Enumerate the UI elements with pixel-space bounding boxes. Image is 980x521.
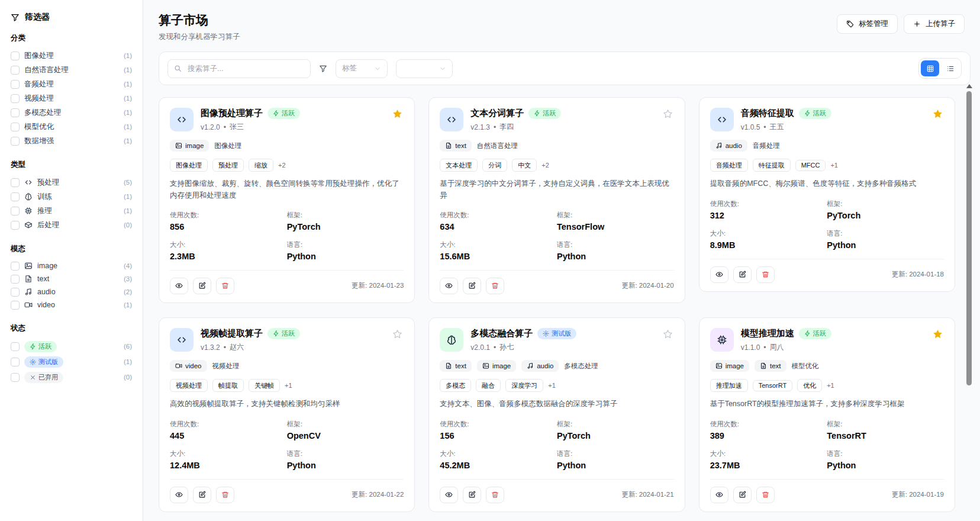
favorite-star-button[interactable]: [662, 108, 674, 122]
edit-button[interactable]: [193, 487, 211, 503]
search-input[interactable]: [186, 64, 304, 73]
checkbox[interactable]: [11, 137, 20, 146]
filter-option-label: 图像处理: [24, 51, 54, 61]
filter-option[interactable]: 模型优化 (1): [11, 120, 132, 134]
checkbox[interactable]: [11, 221, 20, 230]
updated-date: 更新: 2024-01-20: [621, 281, 673, 290]
filter-option[interactable]: 测试版 (1): [11, 354, 132, 369]
modality-badge: image: [710, 360, 749, 372]
tag-pill: 优化: [797, 379, 822, 392]
stat-label: 大小:: [710, 229, 827, 238]
filter-option[interactable]: 预处理 (5): [11, 175, 132, 189]
checkbox[interactable]: [11, 94, 20, 103]
operator-version-line: v2.1.3 • 李四: [470, 122, 654, 132]
filter-option[interactable]: text (3): [11, 272, 132, 285]
card-header: 音频特征提取 活跃 v1.0.5 • 王五: [710, 108, 944, 132]
edit-button[interactable]: [463, 487, 481, 503]
view-button[interactable]: [170, 278, 188, 294]
checkbox[interactable]: [11, 358, 20, 366]
secondary-filter-select[interactable]: [396, 59, 453, 78]
list-view-button[interactable]: [941, 60, 959, 76]
card-heading-text: 视频帧提取算子 活跃 v1.3.2 • 赵六: [201, 328, 384, 352]
checkbox[interactable]: [11, 275, 20, 284]
view-button[interactable]: [170, 487, 188, 503]
tag-pill: 融合: [476, 379, 501, 392]
tag-manage-button[interactable]: 标签管理: [837, 14, 898, 34]
view-button[interactable]: [710, 266, 728, 283]
filter-option[interactable]: 多模态处理 (1): [11, 105, 132, 120]
filter-option[interactable]: 后处理 (0): [11, 218, 132, 232]
delete-button[interactable]: [486, 487, 504, 503]
filter-option[interactable]: 自然语言处理 (1): [11, 63, 132, 77]
filter-option[interactable]: 活跃 (6): [11, 339, 132, 354]
edit-button[interactable]: [463, 278, 481, 294]
delete-button[interactable]: [756, 266, 775, 283]
favorite-star-button[interactable]: [931, 108, 944, 122]
delete-button[interactable]: [756, 487, 775, 503]
code-icon: [717, 114, 727, 125]
scrollbar-thumb[interactable]: [966, 91, 972, 385]
checkbox[interactable]: [11, 207, 20, 216]
filter-option[interactable]: 推理 (1): [11, 204, 132, 218]
operator-icon-tile: [710, 328, 734, 352]
filter-option[interactable]: 视频处理 (1): [11, 91, 132, 105]
checkbox[interactable]: [11, 288, 20, 297]
checkbox[interactable]: [11, 108, 20, 117]
checkbox[interactable]: [11, 66, 20, 75]
edit-button[interactable]: [733, 266, 752, 283]
filter-option[interactable]: 训练 (1): [11, 189, 132, 204]
scrollbar[interactable]: [966, 84, 972, 517]
checkbox[interactable]: [11, 52, 20, 60]
delete-button[interactable]: [486, 278, 504, 294]
sidebar-header: 筛选器: [11, 12, 132, 22]
card-footer: 更新: 2024-01-19: [710, 479, 944, 503]
checkbox[interactable]: [11, 80, 20, 89]
edit-button[interactable]: [733, 487, 752, 503]
favorite-star-button[interactable]: [662, 328, 674, 342]
filter-option[interactable]: image (4): [11, 259, 132, 272]
filter-option-count: (1): [124, 95, 132, 102]
card-header: 视频帧提取算子 活跃 v1.3.2 • 赵六: [170, 328, 404, 352]
upload-operator-button[interactable]: 上传算子: [904, 14, 965, 34]
favorite-star-button[interactable]: [391, 328, 404, 342]
status-badge-label: 活跃: [813, 110, 826, 117]
tags-row: 多模态融合深度学习 +1: [440, 379, 673, 392]
grid-view-button[interactable]: [921, 60, 939, 76]
tag-pill: 深度学习: [505, 379, 543, 392]
checkbox[interactable]: [11, 301, 20, 310]
delete-button[interactable]: [216, 487, 234, 503]
modality-label: image: [726, 362, 744, 369]
operator-title: 图像预处理算子: [201, 108, 263, 119]
file-text-icon: [24, 275, 33, 283]
favorite-star-button[interactable]: [931, 328, 944, 342]
checkbox[interactable]: [11, 342, 20, 351]
checkbox[interactable]: [11, 192, 20, 201]
checkbox[interactable]: [11, 123, 20, 131]
filter-option[interactable]: 数据增强 (1): [11, 134, 132, 148]
view-button[interactable]: [440, 278, 458, 294]
language-value: Python: [287, 252, 404, 261]
filter-option-label: 视频处理: [24, 94, 54, 104]
card-header: 文本分词算子 活跃 v2.1.3 • 李四: [440, 108, 673, 132]
filter-bar: 标签: [159, 52, 971, 85]
scrollbar-up-arrow[interactable]: [966, 84, 972, 88]
checkbox[interactable]: [11, 373, 20, 382]
view-button[interactable]: [710, 487, 728, 503]
stat-size: 大小:8.9MB: [710, 229, 827, 250]
filter-option[interactable]: video (1): [11, 298, 132, 311]
filter-option[interactable]: 图像处理 (1): [11, 49, 132, 63]
view-button[interactable]: [440, 487, 458, 503]
edit-button[interactable]: [193, 278, 211, 294]
filter-option[interactable]: 已弃用 (0): [11, 369, 132, 385]
trash-icon: [762, 271, 769, 278]
filter-option[interactable]: audio (2): [11, 285, 132, 298]
favorite-star-button[interactable]: [391, 108, 404, 122]
checkbox[interactable]: [11, 178, 20, 187]
page-title: 算子市场: [159, 12, 240, 28]
filter-option[interactable]: 音频处理 (1): [11, 77, 132, 91]
card-footer: 更新: 2024-01-20: [440, 270, 673, 294]
gear-icon: [543, 330, 549, 337]
checkbox[interactable]: [11, 262, 20, 271]
tag-filter-select[interactable]: 标签: [336, 59, 388, 78]
delete-button[interactable]: [216, 278, 234, 294]
